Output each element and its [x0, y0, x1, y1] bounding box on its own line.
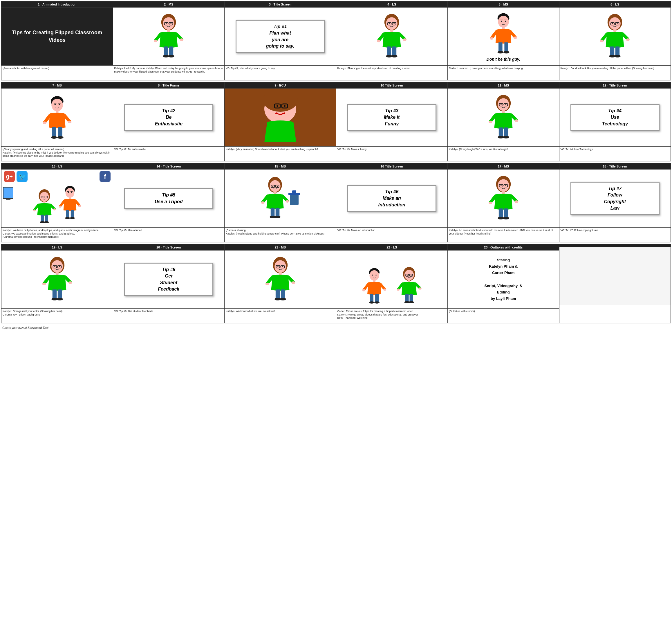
boy-dontsign-scene: Don't be this guy.: [448, 7, 559, 65]
cell-image: Tips for Creating Flipped Classroom Vide…: [1, 7, 113, 66]
cell-header: 4 - LS: [336, 1, 448, 7]
svg-point-93: [505, 104, 506, 106]
cell-caption: Katelyn: We know what we like, so ask us…: [224, 308, 336, 323]
cell-cell-4: 4 - LS Katelyn: Planning is the most imp…: [336, 1, 448, 80]
cell-caption: VO: Tip #4. Use Technology.: [559, 146, 671, 161]
svg-point-240: [409, 301, 414, 303]
cell-image: Tip #6Make anIntroduction: [336, 169, 448, 228]
girl-character: [113, 7, 224, 65]
svg-point-83: [277, 105, 278, 107]
cell-header: 20 - Title Screen: [113, 245, 224, 251]
cell-image: [224, 251, 336, 308]
svg-point-205: [291, 281, 295, 284]
cell-image: Tip #1Plan whatyou aregoing to say.: [224, 7, 336, 66]
svg-line-171: [511, 196, 517, 201]
cell-cell-17: 17 - MS Katelyn: An animated introductio…: [448, 163, 559, 242]
girl-character: [559, 7, 671, 65]
cell-image: Tip #8GetStudentFeedback: [113, 251, 224, 308]
cell-caption: VO: Tip #2. Be enthusiastic.: [113, 146, 224, 161]
cell-caption: VO: Tip #8. Get student feedback.: [113, 308, 224, 323]
cell-cell-2: 2 - MS Katelyn: Hello! My name is Kately…: [113, 1, 225, 80]
cell-caption: VO: Tip #5. Use a tripod.: [113, 228, 224, 242]
cell-image: Tip #7FollowCopyrightLaw: [559, 169, 671, 228]
svg-point-131: [71, 192, 72, 193]
cell-image: StaringKatelyn Pham &Carter PhamScript, …: [448, 251, 559, 308]
svg-rect-75: [58, 127, 62, 137]
cell-cell-1: 1 - Animated IntroductionTips for Creati…: [1, 1, 113, 80]
svg-point-97: [488, 120, 492, 123]
svg-point-27: [403, 38, 407, 41]
svg-point-127: [44, 221, 49, 223]
svg-point-46: [503, 51, 509, 54]
cell-image: [336, 7, 448, 66]
svg-rect-100: [504, 127, 508, 137]
svg-point-209: [280, 298, 286, 300]
cell-image: [336, 251, 448, 308]
credits-content: StaringKatelyn Pham &Carter PhamScript, …: [482, 254, 525, 305]
cell-header: 11 - MS: [448, 83, 559, 89]
cell-header: 21 - MS: [224, 245, 336, 251]
svg-point-158: [275, 216, 281, 218]
svg-point-64: [51, 99, 63, 111]
svg-point-102: [503, 136, 509, 138]
svg-line-186: [44, 277, 49, 284]
svg-line-9: [176, 34, 182, 39]
cell-caption: Carter: Ummmm. (Looking around mumbling)…: [448, 66, 559, 80]
svg-line-40: [510, 32, 515, 38]
svg-point-141: [65, 217, 70, 219]
svg-point-92: [501, 104, 502, 106]
svg-line-39: [491, 32, 497, 38]
cell-cell-13: 13 - LS g+ 🐦 f: [1, 163, 113, 242]
svg-rect-110: [3, 187, 13, 198]
svg-rect-221: [370, 294, 374, 302]
cell-header: 10 Title Screen: [336, 83, 448, 89]
svg-point-184: [59, 266, 60, 268]
svg-point-77: [57, 136, 64, 138]
svg-point-117: [42, 196, 43, 198]
svg-point-76: [51, 136, 57, 138]
cell-caption: VO: Tip #1, plan what you are going to s…: [224, 66, 336, 80]
cell-caption: Carter: Those are our 7 tips for creatin…: [336, 308, 448, 323]
svg-point-5: [166, 23, 167, 24]
cell-caption: Katelyn: (Very animated) Sound excited a…: [224, 146, 336, 161]
svg-rect-125: [45, 214, 48, 222]
svg-line-135: [60, 201, 64, 206]
tip-card: Tip #7FollowCopyrightLaw: [571, 182, 659, 215]
cell-cell-empty: [559, 245, 671, 323]
svg-rect-43: [499, 42, 503, 52]
girl-character: [336, 7, 448, 65]
tip-card: Tip #3Make itFunny: [347, 104, 436, 131]
footer-text: Create your own at Storyboard That: [1, 325, 671, 331]
cell-header: 6 - LS: [559, 1, 671, 7]
svg-line-218: [380, 284, 385, 289]
cell-header: 17 - MS: [448, 163, 559, 169]
svg-rect-140: [71, 210, 74, 218]
svg-point-11: [180, 38, 184, 41]
svg-point-223: [369, 301, 374, 304]
svg-point-98: [514, 119, 518, 122]
svg-line-233: [399, 284, 403, 289]
svg-rect-175: [504, 208, 508, 218]
svg-point-142: [70, 217, 75, 219]
svg-point-149: [277, 186, 278, 187]
cell-caption: Katelyn: We have cell phones, and laptop…: [1, 228, 113, 242]
cell-cell-18: 18 - Title ScreenTip #7FollowCopyrightLa…: [559, 163, 671, 242]
cell-image: Tip #3Make itFunny: [336, 89, 448, 146]
cell-image: [559, 7, 671, 66]
svg-rect-156: [275, 208, 280, 216]
cell-header: 15 - MS: [224, 163, 336, 169]
svg-rect-99: [499, 127, 503, 137]
svg-point-62: [614, 55, 621, 57]
svg-point-42: [513, 37, 517, 39]
svg-point-130: [68, 192, 69, 193]
cell-header: 14 - Title Screen: [113, 163, 224, 169]
cell-header: 23 - Outtakes with credits: [448, 245, 559, 251]
cell-header: 1 - Animated Introduction: [1, 1, 113, 7]
cell-caption: VO: Tip #3. Make it funny.: [336, 146, 448, 161]
svg-point-188: [42, 282, 46, 285]
svg-line-170: [490, 196, 496, 203]
svg-point-138: [78, 205, 81, 207]
svg-point-34: [501, 21, 502, 22]
cell-cell-5: 5 - MS Don't be this guy. Carter: Ummmm: [448, 1, 559, 80]
svg-point-153: [261, 202, 265, 204]
